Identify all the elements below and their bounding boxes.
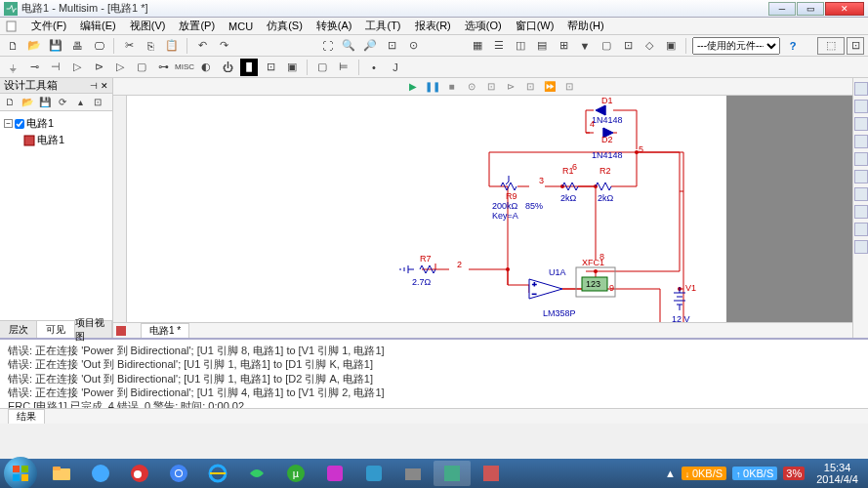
zoom-in-button[interactable]: 🔍 [340, 37, 357, 55]
tb-icon[interactable]: ◇ [641, 37, 658, 55]
taskbar-app[interactable] [473, 461, 510, 486]
menu-window[interactable]: 窗口(W) [516, 19, 555, 33]
tb-icon[interactable]: ▣ [662, 37, 680, 55]
menu-options[interactable]: 选项(O) [465, 19, 502, 33]
menu-simulate[interactable]: 仿真(S) [267, 19, 303, 33]
minimize-button[interactable]: ─ [768, 2, 796, 16]
taskbar-utorrent[interactable]: µ [277, 461, 314, 486]
ic-icon[interactable]: ▢ [133, 59, 150, 76]
schematic-canvas[interactable]: D1 1N4148 D2 1N4148 R12kΩ R22kΩ R9 200kΩ… [127, 96, 726, 322]
full-screen-button[interactable]: ⛶ [318, 37, 336, 55]
taskbar-chrome[interactable] [160, 461, 197, 486]
electromech-icon[interactable]: ⊡ [262, 59, 279, 76]
zoom-fit-button[interactable]: ⊙ [404, 37, 422, 55]
tab-hierarchy[interactable]: 层次 [0, 321, 37, 338]
junction-icon[interactable]: • [365, 59, 383, 76]
taskbar-app[interactable] [316, 461, 353, 486]
sim-icon[interactable]: ⊡ [560, 80, 578, 94]
tb-icon[interactable]: ▦ [469, 37, 486, 55]
new-button[interactable]: 🗋 [4, 37, 21, 55]
instrument-icon[interactable] [854, 223, 868, 236]
bus-icon[interactable]: ⊨ [335, 59, 352, 76]
taskbar-clock[interactable]: 15:34 2014/4/4 [810, 462, 864, 485]
misc-icon[interactable]: MISC [176, 59, 193, 76]
menu-edit[interactable]: 编辑(E) [80, 19, 116, 33]
diode-icon[interactable]: ▷ [68, 59, 86, 76]
taskbar-weibo[interactable] [121, 461, 158, 486]
redo-button[interactable]: ↷ [215, 37, 232, 55]
hierarchy-icon[interactable]: ▢ [313, 59, 331, 76]
indicator-icon[interactable]: ◐ [197, 59, 215, 76]
taskbar-app[interactable] [394, 461, 432, 486]
sidebar-new-icon[interactable]: 🗋 [2, 95, 18, 110]
save-button[interactable]: 💾 [47, 37, 64, 55]
paste-button[interactable]: 📋 [163, 37, 181, 55]
sim-icon[interactable]: ⏩ [541, 80, 558, 94]
menu-place[interactable]: 放置(P) [179, 19, 215, 33]
text-icon[interactable]: J [387, 59, 404, 76]
stop-button[interactable]: ■ [443, 80, 461, 94]
transistor-icon[interactable]: ⊳ [90, 59, 107, 76]
instrument-icon[interactable] [854, 170, 868, 183]
sidebar-save-icon[interactable]: 💾 [37, 95, 53, 110]
instrument-icon[interactable] [854, 135, 868, 148]
capacitor-icon[interactable]: ⊣ [47, 59, 64, 76]
sidebar-refresh-icon[interactable]: ⟳ [55, 95, 70, 110]
taskbar-app[interactable] [238, 461, 275, 486]
sidebar-up-icon[interactable]: ▴ [72, 95, 88, 110]
tb-icon[interactable]: ☰ [490, 37, 508, 55]
menu-transfer[interactable]: 转换(A) [316, 19, 352, 33]
start-button[interactable] [4, 457, 37, 488]
sidebar-close-icon[interactable]: ⊣ ✕ [90, 81, 108, 91]
ground-icon[interactable]: ⏚ [4, 59, 21, 76]
design-tree[interactable]: − 电路1 电路1 [0, 111, 112, 320]
tb-icon[interactable]: ⊡ [847, 37, 864, 55]
copy-button[interactable]: ⎘ [142, 37, 159, 55]
tree-child[interactable]: 电路1 [4, 132, 108, 148]
menu-mcu[interactable]: MCU [228, 20, 253, 32]
resistor-icon[interactable]: ⊸ [25, 59, 43, 76]
maximize-button[interactable]: ▭ [797, 2, 824, 16]
connector-icon[interactable]: ⊶ [154, 59, 172, 76]
tb-icon[interactable]: ⊞ [555, 37, 572, 55]
open-button[interactable]: 📂 [25, 37, 43, 55]
menu-tools[interactable]: 工具(T) [365, 19, 400, 33]
tb-icon[interactable]: ▤ [533, 37, 551, 55]
menu-view[interactable]: 视图(V) [130, 19, 166, 33]
menu-help[interactable]: 帮助(H) [567, 19, 603, 33]
taskbar-explorer[interactable] [43, 461, 80, 486]
instrument-icon[interactable] [854, 117, 868, 131]
help-button[interactable]: ? [784, 37, 802, 55]
tb-icon[interactable]: ▢ [598, 37, 615, 55]
power-icon[interactable]: ⏻ [219, 59, 236, 76]
taskbar-multisim[interactable] [434, 461, 471, 486]
tree-root[interactable]: − 电路1 [4, 115, 108, 132]
tb-icon[interactable]: ▼ [576, 37, 594, 55]
step-button[interactable]: ⊙ [463, 80, 480, 94]
sim-icon[interactable]: ⊡ [482, 80, 500, 94]
sidebar-down-icon[interactable]: ⊡ [90, 95, 105, 110]
instrument-icon[interactable] [854, 82, 868, 96]
instrument-icon[interactable] [854, 205, 868, 219]
instrument-icon[interactable] [854, 240, 868, 254]
run-button[interactable]: ▶ [404, 80, 422, 94]
menu-file[interactable]: 文件(F) [31, 19, 66, 33]
tray-icon[interactable]: ▲ [665, 468, 676, 479]
taskbar-ie[interactable] [199, 461, 236, 486]
tab-visibility[interactable]: 可见 [37, 321, 74, 338]
pause-button[interactable]: ❚❚ [424, 80, 441, 94]
instrument-icon[interactable] [854, 187, 868, 201]
mcu-icon[interactable]: ▣ [283, 59, 301, 76]
sidebar-open-icon[interactable]: 📂 [20, 95, 35, 110]
instrument-icon[interactable] [854, 100, 868, 113]
instrument-icon[interactable] [854, 152, 868, 166]
zoom-area-button[interactable]: ⊡ [383, 37, 400, 55]
sim-icon[interactable]: ⊡ [521, 80, 539, 94]
cut-button[interactable]: ✂ [120, 37, 138, 55]
component-select[interactable]: ---使用的元件--- [692, 37, 780, 55]
zoom-out-button[interactable]: 🔎 [361, 37, 379, 55]
taskbar-app[interactable] [355, 461, 393, 486]
print-preview-button[interactable]: 🖵 [90, 37, 107, 55]
tb-icon[interactable]: ⬚ [817, 37, 845, 55]
close-button[interactable]: ✕ [825, 2, 864, 16]
